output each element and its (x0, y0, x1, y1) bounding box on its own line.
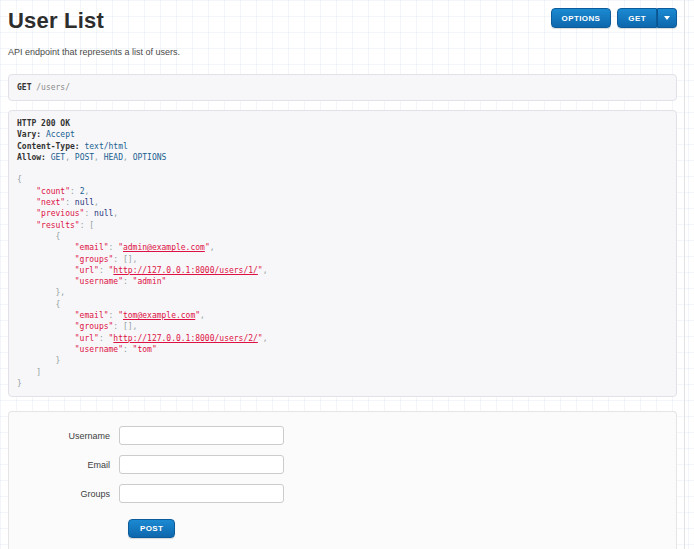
response-token: , (65, 153, 75, 162)
response-token: , (113, 209, 118, 218)
email-field[interactable] (119, 455, 284, 474)
request-toolbar: OPTIONS GET (551, 6, 677, 28)
email-label: Email (9, 460, 119, 470)
response-token: "email" (75, 243, 109, 252)
response-token: , (84, 187, 89, 196)
response-token (17, 209, 36, 218)
page-title: User List (8, 6, 104, 34)
response-token: ] (17, 368, 41, 377)
response-token: { (17, 175, 22, 184)
submit-spacer (9, 519, 128, 538)
request-method: GET (17, 83, 31, 92)
username-field[interactable] (119, 426, 284, 445)
response-token: OPTIONS (133, 153, 167, 162)
response-token: "url" (75, 266, 99, 275)
response-token: { (17, 232, 60, 241)
response-token (17, 221, 36, 230)
response-token: Vary: (17, 130, 41, 139)
response-token: Allow: (17, 153, 46, 162)
response-panel: HTTP 200 OK Vary: Accept Content-Type: t… (8, 110, 677, 397)
response-token: , (210, 243, 215, 252)
endpoint-description: API endpoint that represents a list of u… (8, 47, 677, 57)
form-row-email: Email (9, 455, 676, 474)
response-body: HTTP 200 OK Vary: Accept Content-Type: t… (17, 118, 668, 389)
response-token: GET (51, 153, 65, 162)
response-token: Accept (46, 130, 75, 139)
response-token: HEAD (104, 153, 123, 162)
response-token: "admin" (133, 277, 167, 286)
response-token: : [], (113, 322, 137, 331)
response-token: null (75, 198, 94, 207)
response-token: } (17, 356, 60, 365)
response-token: : [ (80, 221, 94, 230)
response-token: , (200, 311, 205, 320)
username-label: Username (9, 431, 119, 441)
page-header: User List OPTIONS GET (8, 6, 677, 34)
response-link[interactable]: http://127.0.0.1:8000/users/1/ (113, 266, 258, 275)
response-token: "email" (75, 311, 109, 320)
response-token: "tom" (133, 345, 157, 354)
response-token: "next" (36, 198, 65, 207)
response-token (17, 255, 75, 264)
response-token: , (94, 153, 104, 162)
response-token (17, 311, 75, 320)
response-token: : (123, 277, 133, 286)
response-token: "count" (36, 187, 70, 196)
groups-field[interactable] (119, 484, 284, 503)
response-token: HTTP 200 OK (17, 119, 70, 128)
response-token: "results" (36, 221, 79, 230)
response-token: : (99, 334, 109, 343)
request-line: GET /users/ (8, 74, 677, 101)
response-token: text/html (84, 142, 127, 151)
response-token: POST (75, 153, 94, 162)
options-button[interactable]: OPTIONS (551, 8, 612, 28)
create-user-form: Username Email Groups POST (8, 411, 677, 549)
response-token: , (94, 198, 99, 207)
response-link[interactable]: tom@example.com (123, 311, 195, 320)
response-token: "username" (75, 345, 123, 354)
response-token (17, 243, 75, 252)
response-token: "previous" (36, 209, 84, 218)
response-token: Content-Type: (17, 142, 80, 151)
response-token: "username" (75, 277, 123, 286)
response-token (17, 198, 36, 207)
get-split-button: GET (617, 8, 677, 28)
request-path: /users/ (31, 83, 70, 92)
response-token: : (70, 187, 80, 196)
response-token: "url" (75, 334, 99, 343)
response-token: { (17, 300, 60, 309)
response-token: : (65, 198, 75, 207)
post-button[interactable]: POST (128, 519, 175, 538)
main-container: User List OPTIONS GET API endpoint that … (0, 0, 694, 549)
response-token (17, 277, 75, 286)
caret-down-icon (664, 16, 670, 20)
response-token: } (17, 379, 22, 388)
response-token: : (99, 266, 109, 275)
response-token (17, 334, 75, 343)
response-link[interactable]: http://127.0.0.1:8000/users/2/ (113, 334, 258, 343)
response-token: , (123, 153, 133, 162)
response-token: "groups" (75, 255, 114, 264)
response-token: : (123, 345, 133, 354)
response-token: : [], (113, 255, 137, 264)
get-format-dropdown-button[interactable] (657, 8, 677, 28)
response-token: , (263, 266, 268, 275)
response-token (17, 345, 75, 354)
response-token (17, 322, 75, 331)
response-token: , (263, 334, 268, 343)
response-token: : (109, 243, 119, 252)
form-row-groups: Groups (9, 484, 676, 503)
form-row-username: Username (9, 426, 676, 445)
groups-label: Groups (9, 489, 119, 499)
response-token: : (84, 209, 94, 218)
submit-row: POST (9, 519, 676, 538)
response-token: null (94, 209, 113, 218)
response-link[interactable]: admin@example.com (123, 243, 205, 252)
response-token: : (109, 311, 119, 320)
response-token: "groups" (75, 322, 114, 331)
response-token (17, 187, 36, 196)
response-token: }, (17, 288, 65, 297)
get-button[interactable]: GET (617, 8, 657, 28)
response-token (17, 266, 75, 275)
